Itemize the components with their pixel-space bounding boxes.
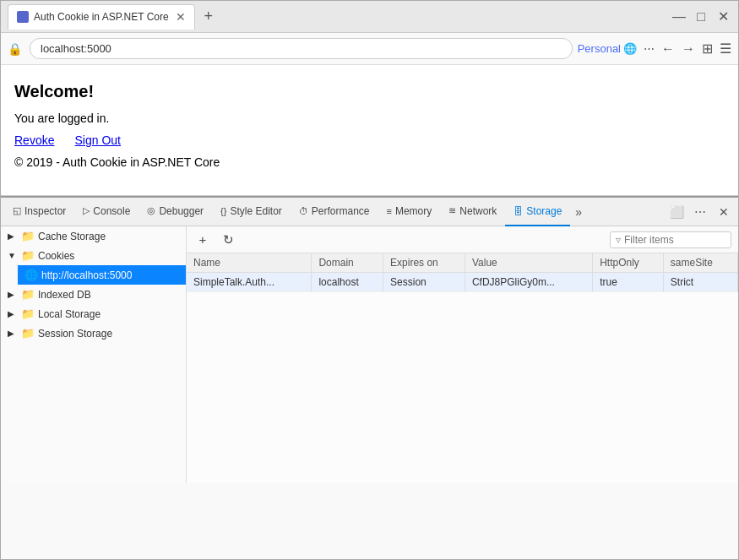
col-name: Name [187, 253, 312, 273]
personal-btn[interactable]: Personal 🌐 [578, 42, 637, 55]
filter-box: ▿ [610, 231, 731, 248]
local-storage-icon: 📁 [21, 307, 35, 320]
devtools-main-panel: + ↻ ▿ Name Domain Expires on [187, 226, 738, 483]
session-storage-arrow: ▶ [8, 329, 18, 338]
performance-icon: ⏱ [299, 206, 308, 216]
add-cookie-btn[interactable]: + [193, 231, 212, 249]
cache-storage-arrow: ▶ [8, 231, 18, 241]
sidebar-item-indexed-db[interactable]: ▶ 📁 Indexed DB [1, 285, 186, 304]
page-content: Welcome! You are logged in. Revoke Sign … [1, 65, 738, 196]
indexed-db-icon: 📁 [21, 288, 35, 301]
url-input[interactable] [30, 38, 573, 59]
tab-performance[interactable]: ⏱ Performance [291, 198, 378, 226]
window-controls: — □ ✕ [671, 8, 731, 25]
title-bar: Auth Cookie in ASP.NET Core ✕ + — □ ✕ [1, 1, 738, 33]
cell-samesite: Strict [663, 273, 737, 292]
refresh-cookies-btn[interactable]: ↻ [219, 231, 237, 249]
tab-style-editor[interactable]: {} Style Editor [212, 198, 291, 226]
cookie-table: Name Domain Expires on Value HttpOnly sa… [187, 253, 738, 292]
cell-domain: localhost [312, 273, 383, 292]
col-httponly: HttpOnly [593, 253, 664, 273]
tab-memory[interactable]: ≡ Memory [378, 198, 441, 226]
cookies-toolbar: + ↻ ▿ [187, 226, 738, 253]
cookies-icon: 📁 [21, 249, 35, 262]
storage-icon: 🗄 [513, 206, 523, 216]
page-links: Revoke Sign Out [14, 133, 725, 147]
local-storage-arrow: ▶ [8, 309, 18, 318]
security-icon: 🔒 [8, 42, 24, 56]
devtools-panel: ◱ Inspector ▷ Console ◎ Debugger {} Styl… [1, 196, 738, 483]
session-storage-icon: 📁 [21, 327, 35, 340]
console-icon: ▷ [83, 205, 90, 216]
tabs-overflow-btn[interactable]: » [570, 205, 587, 219]
tab-title: Auth Cookie in ASP.NET Core [34, 11, 169, 23]
cell-expires: Session [383, 273, 465, 292]
tab-network[interactable]: ≋ Network [440, 198, 505, 226]
signout-link[interactable]: Sign Out [74, 133, 120, 147]
localhost-icon: 🌐 [24, 269, 38, 281]
col-domain: Domain [312, 253, 383, 273]
network-icon: ≋ [448, 205, 456, 216]
table-row[interactable]: SimpleTalk.Auth... localhost Session CfD… [187, 273, 738, 292]
cell-httponly: true [593, 273, 664, 292]
cookie-table-container[interactable]: Name Domain Expires on Value HttpOnly sa… [187, 253, 738, 483]
devtools-tab-bar: ◱ Inspector ▷ Console ◎ Debugger {} Styl… [1, 198, 738, 226]
back-btn[interactable]: ← [661, 41, 675, 57]
sidebar-item-session-storage[interactable]: ▶ 📁 Session Storage [1, 323, 186, 343]
more-options-btn[interactable]: ⋯ [644, 42, 655, 55]
session-storage-label: Session Storage [38, 328, 112, 340]
col-value: Value [465, 253, 592, 273]
col-samesite: sameSite [663, 253, 737, 273]
cache-storage-label: Cache Storage [38, 231, 106, 242]
cookies-subtree: 🌐 http://localhost:5000 [1, 265, 186, 285]
devtools-dock-btn[interactable]: ⬜ [666, 201, 687, 223]
maximize-btn[interactable]: □ [693, 8, 709, 25]
browser-window: Auth Cookie in ASP.NET Core ✕ + — □ ✕ 🔒 … [0, 0, 739, 560]
tab-console[interactable]: ▷ Console [74, 198, 139, 226]
sidebar-item-cache-storage[interactable]: ▶ 📁 Cache Storage [1, 226, 186, 246]
logged-in-text: You are logged in. [14, 111, 725, 125]
tab-storage[interactable]: 🗄 Storage [505, 198, 570, 226]
cell-value: CfDJ8PGliGy0m... [465, 273, 592, 292]
tab-favicon [17, 11, 29, 23]
menu-btn[interactable]: ☰ [720, 41, 731, 57]
address-bar-right: Personal 🌐 ⋯ ← → ⊞ ☰ [578, 41, 731, 57]
inspector-icon: ◱ [13, 205, 21, 216]
sidebar-item-localhost[interactable]: 🌐 http://localhost:5000 [18, 265, 186, 285]
tab-inspector[interactable]: ◱ Inspector [4, 198, 74, 226]
address-bar: 🔒 Personal 🌐 ⋯ ← → ⊞ ☰ [1, 33, 738, 65]
devtools-close-btn[interactable]: ✕ [713, 201, 735, 223]
localhost-label: http://localhost:5000 [41, 269, 132, 281]
devtools-actions: ⬜ ⋯ ✕ [666, 201, 735, 223]
sidebar-item-local-storage[interactable]: ▶ 📁 Local Storage [1, 304, 186, 323]
local-storage-label: Local Storage [38, 308, 101, 320]
devtools-options-btn[interactable]: ⋯ [689, 201, 711, 223]
browser-tab[interactable]: Auth Cookie in ASP.NET Core ✕ [8, 4, 195, 30]
sidebar-item-cookies[interactable]: ▼ 📁 Cookies [1, 246, 186, 265]
cache-storage-icon: 📁 [21, 230, 35, 242]
close-btn[interactable]: ✕ [715, 8, 731, 25]
cell-name: SimpleTalk.Auth... [187, 273, 312, 292]
devtools-body: ▶ 📁 Cache Storage ▼ 📁 Cookies 🌐 http://l… [1, 226, 738, 483]
forward-btn[interactable]: → [682, 41, 695, 57]
filter-input[interactable] [624, 234, 725, 246]
indexed-db-label: Indexed DB [38, 289, 91, 301]
grid-btn[interactable]: ⊞ [702, 41, 713, 57]
revoke-link[interactable]: Revoke [14, 133, 54, 147]
table-header-row: Name Domain Expires on Value HttpOnly sa… [187, 253, 738, 273]
page-footer: © 2019 - Auth Cookie in ASP.NET Core [14, 155, 725, 169]
devtools-sidebar: ▶ 📁 Cache Storage ▼ 📁 Cookies 🌐 http://l… [1, 226, 187, 483]
col-expires: Expires on [383, 253, 465, 273]
cookies-label: Cookies [38, 250, 74, 262]
tab-debugger[interactable]: ◎ Debugger [139, 198, 212, 226]
tab-close-btn[interactable]: ✕ [176, 10, 186, 24]
debugger-icon: ◎ [147, 205, 155, 216]
indexed-db-arrow: ▶ [8, 290, 18, 299]
minimize-btn[interactable]: — [671, 8, 687, 25]
style-editor-icon: {} [220, 206, 226, 216]
memory-icon: ≡ [387, 206, 392, 216]
page-heading: Welcome! [14, 82, 725, 101]
filter-icon: ▿ [616, 234, 621, 246]
new-tab-btn[interactable]: + [197, 5, 220, 29]
cookies-arrow: ▼ [8, 251, 18, 260]
